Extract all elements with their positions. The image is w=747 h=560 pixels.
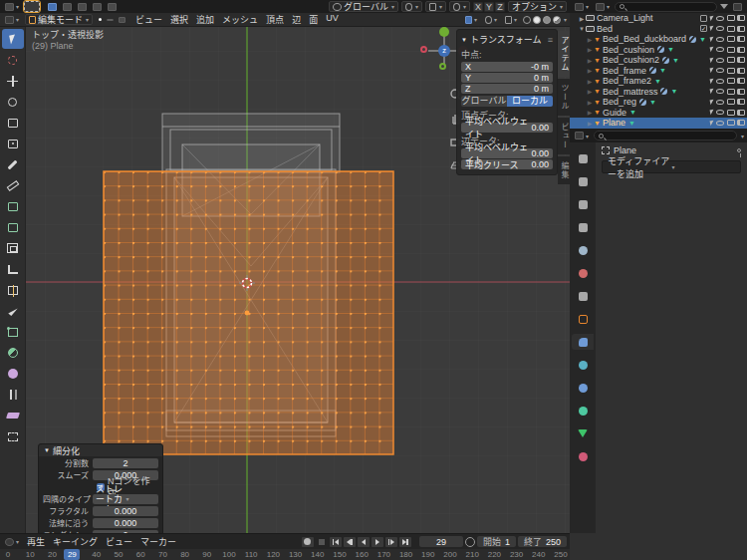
end-frame-field[interactable]: 終了250 — [518, 536, 567, 547]
edge-select-button[interactable] — [105, 15, 116, 25]
tool-rotate[interactable] — [2, 92, 24, 112]
orientation-global-button[interactable]: グローバル — [461, 96, 507, 107]
cursor-toggle-icon[interactable] — [709, 110, 714, 116]
tool-cursor[interactable] — [2, 50, 24, 70]
viewport-menu-ビュー[interactable]: ビュー — [131, 13, 166, 26]
expander-icon[interactable]: ▼ — [578, 26, 586, 32]
camera-toggle-icon[interactable] — [737, 15, 745, 21]
eye-toggle-icon[interactable] — [716, 89, 724, 94]
add-modifier-button[interactable]: モディファイアーを追加▾ — [602, 160, 741, 173]
camera-toggle-icon[interactable] — [737, 110, 745, 116]
eye-toggle-icon[interactable] — [716, 26, 724, 31]
properties-tab-particles[interactable] — [572, 357, 594, 373]
eye-toggle-icon[interactable] — [716, 100, 724, 105]
mirror-x-button[interactable]: X — [473, 2, 483, 12]
vertex-bevel-weight-field[interactable]: 平均ベベルウェイト0.00 — [461, 123, 553, 133]
viewport-menu-頂点[interactable]: 頂点 — [262, 13, 288, 26]
outliner-row-Plane[interactable]: ▶▼Plane▼ — [570, 118, 747, 129]
render-exclude-checkbox[interactable] — [700, 15, 707, 22]
tool-measure[interactable] — [2, 175, 24, 195]
cursor-toggle-icon[interactable] — [709, 57, 714, 63]
gizmo-x-minus[interactable] — [420, 46, 427, 53]
screen-toggle-icon[interactable] — [727, 99, 735, 105]
cursor-toggle-icon[interactable] — [709, 36, 714, 42]
jump-to-start-button[interactable] — [330, 537, 342, 547]
solid-shading-icon[interactable] — [533, 16, 541, 24]
tool-add-cube[interactable] — [2, 196, 24, 216]
properties-tab-modifiers[interactable] — [572, 334, 594, 350]
outliner-row-Bed_mattress[interactable]: ▶▼Bed_mattress▼ — [570, 87, 747, 98]
screen-toggle-icon[interactable] — [727, 68, 735, 74]
screen-toggle-icon[interactable] — [727, 26, 735, 32]
camera-toggle-icon[interactable] — [737, 26, 745, 32]
viewport-menu-辺[interactable]: 辺 — [288, 13, 305, 26]
eye-toggle-icon[interactable] — [716, 68, 724, 73]
camera-toggle-icon[interactable] — [737, 47, 745, 53]
tool-inset-faces[interactable] — [2, 238, 24, 258]
wireframe-shading-icon[interactable] — [523, 16, 531, 24]
properties-tab-tool[interactable] — [572, 150, 594, 166]
collapse-arrow-icon[interactable]: ▼ — [461, 37, 467, 43]
play-reverse-button[interactable] — [358, 537, 370, 547]
viewport-menu-追加[interactable]: 追加 — [192, 13, 218, 26]
keying-set-icon[interactable] — [316, 537, 328, 547]
outliner-row-Bed_reg[interactable]: ▶▼Bed_reg▼ — [570, 97, 747, 108]
overlays-dropdown-icon[interactable]: ▾ — [503, 15, 519, 25]
camera-toggle-icon[interactable] — [737, 99, 745, 105]
auto-keying-button[interactable] — [302, 537, 314, 547]
timeline-menu-ビュー[interactable]: ビュー — [102, 535, 136, 548]
operator-dropdown[interactable]: ストレートカット▾ — [93, 494, 158, 504]
select-new-icon[interactable] — [46, 2, 59, 12]
cursor-toggle-icon[interactable] — [709, 89, 714, 95]
cursor-toggle-icon[interactable] — [709, 68, 714, 74]
snap-dropdown[interactable]: ▾ — [425, 1, 446, 12]
mirror-z-button[interactable]: Z — [495, 2, 505, 12]
viewport-menu-UV[interactable]: UV — [322, 13, 343, 26]
screen-toggle-icon[interactable] — [727, 57, 735, 63]
gizmo-z-center[interactable]: Z — [438, 45, 450, 57]
median-x-field[interactable]: X-0 m — [461, 62, 553, 72]
tool-extrude-region[interactable] — [2, 217, 24, 237]
outliner-row-Bed_cushion[interactable]: ▶▼Bed_cushion▼ — [570, 45, 747, 56]
collapse-arrow-icon[interactable]: ▼ — [44, 447, 50, 453]
screen-toggle-icon[interactable] — [727, 15, 735, 21]
pin-icon[interactable] — [737, 148, 741, 152]
outliner-row-Bed_frame2[interactable]: ▶▼Bed_frame2▼ — [570, 76, 747, 87]
properties-tab-output[interactable] — [572, 196, 594, 212]
current-frame-indicator[interactable]: 29 — [64, 549, 80, 560]
screen-toggle-icon[interactable] — [727, 47, 735, 53]
mode-dropdown[interactable]: 編集モード▾ — [25, 14, 93, 25]
properties-tab-material[interactable] — [572, 448, 594, 464]
pivot-dropdown[interactable]: ▾ — [401, 1, 422, 12]
tool-shear[interactable] — [2, 406, 24, 425]
editor-type-dropdown[interactable]: ▾ — [3, 15, 21, 25]
eye-toggle-icon[interactable] — [716, 16, 724, 21]
screen-toggle-icon[interactable] — [727, 78, 735, 84]
outliner-display-mode-dropdown[interactable]: ▾ — [573, 2, 591, 12]
properties-tab-collection[interactable] — [572, 288, 594, 304]
properties-tab-view-layer[interactable] — [572, 219, 594, 235]
sidebar-tab-アイテム[interactable]: アイテム — [558, 31, 570, 77]
vertex-select-button[interactable] — [97, 15, 104, 25]
operator-field[interactable]: 2 — [93, 458, 158, 468]
screen-toggle-icon[interactable] — [727, 120, 735, 126]
new-collection-icon[interactable] — [731, 2, 744, 12]
cursor-toggle-icon[interactable] — [709, 15, 714, 21]
screen-toggle-icon[interactable] — [727, 89, 735, 95]
timeline-editor-type-dropdown[interactable]: ▾ — [3, 537, 21, 547]
eye-toggle-icon[interactable] — [716, 58, 724, 63]
tool-bevel[interactable] — [2, 259, 24, 279]
tool-poly-build[interactable] — [2, 322, 24, 342]
sidebar-tab-ツール[interactable]: ツール — [558, 79, 570, 116]
select-intersect-icon[interactable] — [106, 2, 119, 12]
outliner-row-Camera_Light[interactable]: ▶Camera_Light — [570, 13, 747, 24]
tool-annotate[interactable] — [2, 154, 24, 174]
camera-toggle-icon[interactable] — [737, 57, 745, 63]
face-select-button[interactable] — [117, 15, 127, 25]
tool-scale[interactable] — [2, 113, 24, 133]
outliner-row-Guide[interactable]: ▶▼Guide▼ — [570, 108, 747, 119]
gizmo-y-plus[interactable] — [439, 27, 449, 37]
median-z-field[interactable]: Z0 m — [461, 84, 553, 94]
options-dropdown[interactable]: オプション▾ — [508, 1, 567, 12]
select-extend-icon[interactable] — [61, 2, 74, 12]
